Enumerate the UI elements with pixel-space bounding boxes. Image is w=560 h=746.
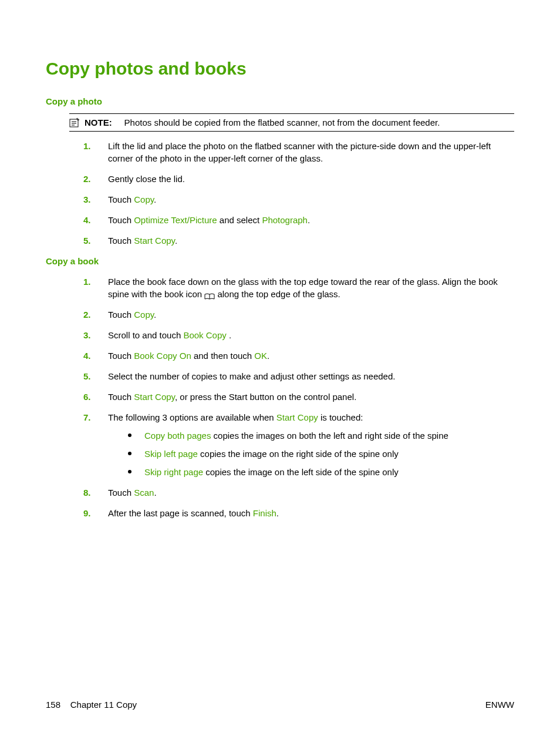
ui-term-copy-both: Copy both pages	[144, 431, 211, 441]
bullet-item: Skip left page copies the image on the r…	[128, 448, 514, 460]
page-number: 158	[46, 700, 60, 710]
step-text: Touch	[108, 215, 134, 225]
book-icon	[204, 291, 215, 298]
note-text: NOTE: Photos should be copied from the f…	[85, 116, 514, 129]
step-text: Touch	[108, 236, 134, 246]
step-text: .	[227, 330, 231, 340]
ui-term-scan: Scan	[134, 488, 154, 498]
section-heading-copy-book: Copy a book	[46, 255, 514, 267]
step-text: Touch	[108, 351, 134, 361]
step-item: Place the book face down on the glass wi…	[83, 275, 514, 300]
footer-right: ENWW	[485, 698, 514, 711]
step-text: .	[175, 236, 177, 246]
step-text: and select	[217, 215, 262, 225]
ui-term-start-copy: Start Copy	[134, 392, 175, 402]
note-icon	[69, 117, 80, 128]
bullet-item: Skip right page copies the image on the …	[128, 466, 514, 478]
chapter-label: Chapter 11 Copy	[70, 700, 137, 710]
step-item: Touch Copy.	[83, 308, 514, 321]
step-item: Lift the lid and place the photo on the …	[83, 140, 514, 164]
step-text: and then touch	[191, 351, 255, 361]
step-text: The following 3 options are available wh…	[108, 412, 276, 422]
ui-term-book-copy: Book Copy	[183, 330, 226, 340]
bullet-text: copies the image on the left side of the…	[203, 467, 399, 477]
step-text: Touch	[108, 392, 134, 402]
bullet-item: Copy both pages copies the images on bot…	[128, 429, 514, 442]
page-footer: 158 Chapter 11 Copy ENWW	[46, 698, 514, 711]
step-text: Lift the lid and place the photo on the …	[108, 141, 491, 163]
step-text: .	[154, 194, 156, 204]
page-title: Copy photos and books	[46, 56, 514, 81]
step-item: Gently close the lid.	[83, 173, 514, 185]
ui-term-start-copy: Start Copy	[134, 236, 175, 246]
bullet-text: copies the images on both the left and r…	[211, 431, 448, 441]
step-item: Touch Scan.	[83, 486, 514, 499]
ui-term-copy: Copy	[134, 310, 154, 320]
book-steps-list: Place the book face down on the glass wi…	[46, 275, 514, 519]
note-label: NOTE:	[85, 117, 112, 127]
step-text: Select the number of copies to make and …	[108, 371, 395, 381]
step-text: is touched:	[318, 412, 363, 422]
step-item: Touch Optimize Text/Picture and select P…	[83, 214, 514, 226]
step-text: Scroll to and touch	[108, 330, 183, 340]
ui-term-skip-right: Skip right page	[144, 467, 203, 477]
footer-left: 158 Chapter 11 Copy	[46, 698, 137, 711]
ui-term-skip-left: Skip left page	[144, 449, 198, 459]
ui-term-photograph: Photograph	[262, 215, 308, 225]
note-block: NOTE: Photos should be copied from the f…	[69, 113, 514, 132]
step-text: Gently close the lid.	[108, 174, 185, 184]
step-text: Touch	[108, 488, 134, 498]
step-text: .	[276, 508, 279, 518]
step-item: Touch Start Copy, or press the Start but…	[83, 391, 514, 403]
step-item: The following 3 options are available wh…	[83, 411, 514, 478]
step-text: , or press the Start button on the contr…	[175, 392, 356, 402]
step-item: Scroll to and touch Book Copy .	[83, 329, 514, 341]
step-text: .	[267, 351, 269, 361]
step-text: After the last page is scanned, touch	[108, 508, 253, 518]
step-item: Touch Copy.	[83, 193, 514, 206]
step-text: .	[154, 310, 156, 320]
document-page: Copy photos and books Copy a photo NOTE:…	[0, 0, 560, 746]
step-text: along the top edge of the glass.	[215, 289, 340, 299]
step-item: Select the number of copies to make and …	[83, 370, 514, 382]
ui-term-start-copy: Start Copy	[276, 412, 318, 422]
ui-term-optimize: Optimize Text/Picture	[134, 215, 217, 225]
step-text: Touch	[108, 310, 134, 320]
ui-term-ok: OK	[254, 351, 267, 361]
step-text: Touch	[108, 194, 134, 204]
step-item: After the last page is scanned, touch Fi…	[83, 507, 514, 519]
note-body: Photos should be copied from the flatbed…	[124, 117, 440, 127]
step-item: Touch Book Copy On and then touch OK.	[83, 350, 514, 362]
step-text: .	[308, 215, 310, 225]
options-bullet-list: Copy both pages copies the images on bot…	[128, 429, 514, 478]
ui-term-book-copy-on: Book Copy On	[134, 351, 191, 361]
photo-steps-list: Lift the lid and place the photo on the …	[46, 140, 514, 247]
step-item: Touch Start Copy.	[83, 234, 514, 247]
section-heading-copy-photo: Copy a photo	[46, 95, 514, 107]
ui-term-copy: Copy	[134, 194, 154, 204]
bullet-text: copies the image on the right side of th…	[198, 449, 399, 459]
ui-term-finish: Finish	[253, 508, 276, 518]
step-text: .	[154, 488, 156, 498]
